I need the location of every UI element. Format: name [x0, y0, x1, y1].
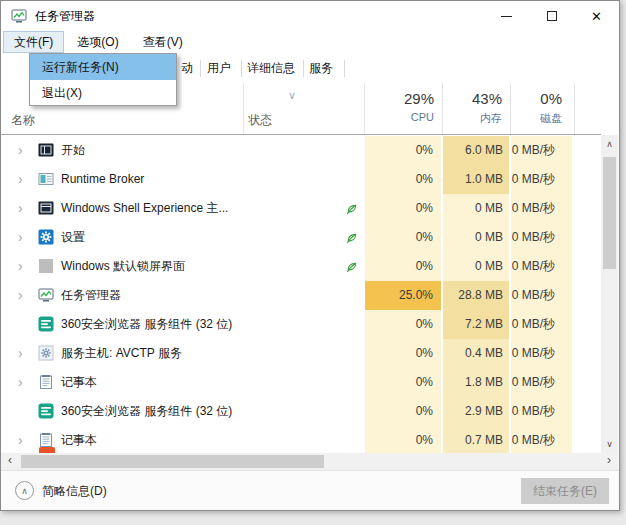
close-button[interactable]: ✕	[574, 1, 619, 31]
process-row[interactable]: ›Windows Shell Experience 主...0%0 MB0 MB…	[1, 194, 601, 223]
column-disk[interactable]: 0% 磁盘	[510, 83, 574, 134]
row-expander-icon[interactable]: ›	[18, 368, 23, 397]
row-expander-icon[interactable]: ›	[18, 339, 23, 368]
cpu-cell: 0%	[365, 368, 441, 397]
window-icon	[38, 171, 54, 187]
column-cpu[interactable]: 29% CPU	[364, 83, 442, 134]
disk-cell: 0 MB/秒	[511, 281, 572, 310]
process-row[interactable]: ›开始0%6.0 MB0 MB/秒	[1, 136, 601, 165]
memory-total-percent: 43%	[442, 90, 502, 107]
vertical-scrollbar[interactable]: ∧ ∨	[601, 135, 618, 453]
memory-cell: 0 MB	[443, 252, 509, 281]
browser360-icon	[38, 403, 54, 419]
taskmgr-icon	[38, 287, 54, 303]
row-expander-icon[interactable]: ›	[18, 426, 23, 454]
cpu-cell: 0%	[365, 397, 441, 426]
process-row[interactable]: ›任务管理器25.0%28.8 MB0 MB/秒	[1, 281, 601, 310]
minimize-button[interactable]	[484, 1, 529, 31]
process-name: 记事本	[61, 426, 97, 454]
scroll-left-icon[interactable]: ‹	[2, 453, 18, 470]
cpu-cell: 0%	[365, 426, 441, 454]
column-memory[interactable]: 43% 内存	[442, 83, 510, 134]
horizontal-scrollbar-thumb[interactable]	[21, 455, 324, 468]
memory-cell: 7.2 MB	[443, 310, 509, 339]
disk-cell: 0 MB/秒	[511, 339, 572, 368]
process-row[interactable]: ›Windows 默认锁屏界面0%0 MB0 MB/秒	[1, 252, 601, 281]
process-row[interactable]: ›服务主机: AVCTP 服务0%0.4 MB0 MB/秒	[1, 339, 601, 368]
column-name[interactable]: 名称	[11, 112, 35, 129]
process-row[interactable]: 360安全浏览器 服务组件 (32 位)0%2.9 MB0 MB/秒	[1, 397, 601, 426]
cpu-cell: 0%	[365, 252, 441, 281]
memory-cell: 2.9 MB	[443, 397, 509, 426]
process-row[interactable]: ›Runtime Broker0%1.0 MB0 MB/秒	[1, 165, 601, 194]
file-menu-item-0[interactable]: 运行新任务(N)	[30, 54, 176, 80]
details-chevron-icon: ∧	[21, 486, 28, 496]
cpu-cell: 0%	[365, 223, 441, 252]
memory-cell: 6.0 MB	[443, 136, 509, 165]
tab-2[interactable]: 详细信息	[247, 53, 295, 83]
browser360-icon	[38, 316, 54, 332]
scroll-right-icon[interactable]: ›	[601, 453, 617, 470]
menu-2[interactable]: 查看(V)	[132, 31, 194, 53]
memory-cell: 1.8 MB	[443, 368, 509, 397]
end-task-button[interactable]: 结束任务(E)	[521, 478, 609, 504]
tab-3[interactable]: 服务	[309, 53, 333, 83]
details-toggle-label[interactable]: 简略信息(D)	[42, 471, 107, 511]
footer-bar: ∧ 简略信息(D) 结束任务(E)	[1, 470, 619, 510]
suspended-leaf-icon	[345, 231, 358, 244]
tab-1[interactable]: 用户	[207, 53, 231, 83]
cpu-cell: 0%	[365, 310, 441, 339]
memory-cell: 0.7 MB	[443, 426, 509, 454]
process-name: 设置	[61, 223, 85, 252]
disk-cell: 0 MB/秒	[511, 165, 572, 194]
maximize-button[interactable]	[529, 1, 574, 31]
process-name: Runtime Broker	[61, 165, 144, 194]
disk-cell: 0 MB/秒	[511, 223, 572, 252]
menu-0[interactable]: 文件(F)	[3, 31, 64, 53]
scroll-down-icon[interactable]: ∨	[601, 436, 618, 452]
memory-cell: 0 MB	[443, 194, 509, 223]
row-expander-icon[interactable]: ›	[18, 252, 23, 281]
maximize-icon	[547, 11, 557, 21]
disk-cell: 0 MB/秒	[511, 252, 572, 281]
start-icon	[38, 142, 54, 158]
column-status[interactable]: 状态	[248, 112, 272, 129]
column-divider	[243, 83, 244, 134]
disk-cell: 0 MB/秒	[511, 397, 572, 426]
column-divider	[510, 83, 511, 134]
process-name: 服务主机: AVCTP 服务	[61, 339, 182, 368]
details-toggle-button[interactable]: ∧	[15, 481, 34, 500]
window-title: 任务管理器	[35, 1, 95, 31]
cpu-cell: 0%	[365, 165, 441, 194]
process-row[interactable]: ›记事本0%1.8 MB0 MB/秒	[1, 368, 601, 397]
tab-0[interactable]: 动	[181, 53, 193, 83]
row-expander-icon[interactable]: ›	[18, 194, 23, 223]
cpu-cell: 25.0%	[365, 281, 441, 310]
process-name: 360安全浏览器 服务组件 (32 位)	[61, 310, 232, 339]
horizontal-scrollbar[interactable]: ‹ ›	[1, 453, 618, 470]
row-expander-icon[interactable]: ›	[18, 136, 23, 165]
blank-icon	[38, 258, 54, 274]
scroll-up-icon[interactable]: ∧	[601, 136, 618, 152]
disk-total-percent: 0%	[510, 90, 562, 107]
file-menu-item-1[interactable]: 退出(X)	[30, 80, 176, 106]
menu-1[interactable]: 选项(O)	[66, 31, 129, 53]
process-name: Windows 默认锁屏界面	[61, 252, 185, 281]
column-divider	[364, 83, 365, 134]
column-divider	[442, 83, 443, 134]
notepad-icon	[38, 374, 54, 390]
vertical-scrollbar-thumb[interactable]	[603, 157, 616, 269]
process-row[interactable]: 360安全浏览器 服务组件 (32 位)0%7.2 MB0 MB/秒	[1, 310, 601, 339]
process-row[interactable]: ›设置0%0 MB0 MB/秒	[1, 223, 601, 252]
disk-cell: 0 MB/秒	[511, 136, 572, 165]
service-icon	[38, 345, 54, 361]
windowdark-icon	[38, 200, 54, 216]
row-expander-icon[interactable]: ›	[18, 281, 23, 310]
memory-cell: 0 MB	[443, 223, 509, 252]
row-expander-icon[interactable]: ›	[18, 165, 23, 194]
row-expander-icon[interactable]: ›	[18, 223, 23, 252]
process-name: 开始	[61, 136, 85, 165]
settings-icon	[38, 229, 54, 245]
disk-cell: 0 MB/秒	[511, 194, 572, 223]
process-row[interactable]: ›记事本0%0.7 MB0 MB/秒	[1, 426, 601, 454]
